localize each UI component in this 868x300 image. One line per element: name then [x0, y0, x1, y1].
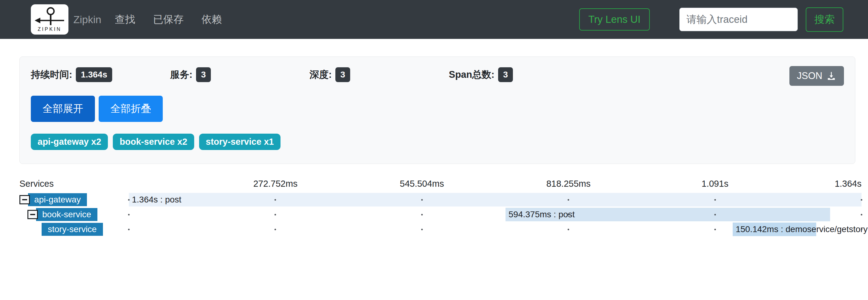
timeline-tick-dot	[128, 229, 130, 230]
timeline-tick-dot	[568, 214, 569, 215]
span-row-book-service: book-service594.375ms : post	[20, 207, 862, 222]
span-row-api-gateway: api-gateway1.364s : post	[20, 192, 862, 207]
timeline-tick-dot	[861, 229, 863, 230]
span-chart-cell: 1.364s : post	[129, 192, 862, 207]
stat-label: 深度:	[309, 68, 332, 81]
service-name-label[interactable]: story-service	[41, 223, 103, 236]
nav-link-1[interactable]: 已保存	[153, 12, 184, 27]
stat-value-badge: 3	[335, 67, 350, 82]
service-cell-book-service: book-service	[20, 207, 129, 222]
timeline-tick-dot	[421, 214, 423, 215]
brand-title[interactable]: Zipkin	[73, 13, 101, 26]
timeline-tick-dot	[714, 229, 716, 230]
stat-label: Span总数:	[449, 68, 494, 81]
nav-right-group: Try Lens UI 搜索	[579, 7, 843, 32]
service-cell-story-service: story-service	[20, 222, 129, 237]
try-lens-ui-button[interactable]: Try Lens UI	[579, 8, 650, 31]
collapse-toggle-icon[interactable]	[27, 210, 38, 219]
search-button[interactable]: 搜索	[806, 7, 843, 32]
span-bar-label: 150.142ms : demoservice/getstory	[733, 222, 868, 236]
stat-value-badge: 3	[196, 67, 211, 82]
timeline-tick-dot	[861, 214, 863, 215]
stat-value-badge: 3	[498, 67, 513, 82]
top-navbar: ZIPKIN Zipkin 查找已保存依赖 Try Lens UI 搜索	[0, 0, 868, 39]
timeline-tick-dot	[421, 229, 423, 230]
stat-value-badge: 1.364s	[76, 67, 112, 82]
trace-summary-panel: 持续时间:1.364s服务:3深度:3Span总数:3 JSON 全部展开 全部…	[20, 56, 855, 164]
expand-collapse-row: 全部展开 全部折叠	[31, 96, 844, 122]
zipkin-logo[interactable]: ZIPKIN	[31, 4, 68, 34]
trace-stat-0: 持续时间:1.364s	[31, 67, 170, 82]
timeline-tick-dot	[861, 199, 863, 200]
nav-links: 查找已保存依赖	[115, 12, 222, 27]
timeline-header: Services 272.752ms545.504ms818.255ms1.09…	[20, 176, 862, 192]
timeline-tick-dot	[128, 199, 130, 200]
time-tick-label-3: 1.091s	[702, 179, 728, 189]
zipkin-lollipop-icon: ZIPKIN	[34, 6, 66, 32]
time-axis: 272.752ms545.504ms818.255ms1.091s1.364s	[129, 179, 862, 191]
span-chart-cell: 150.142ms : demoservice/getstory	[129, 222, 862, 237]
json-download-button[interactable]: JSON	[789, 66, 844, 86]
trace-stat-3: Span总数:3	[449, 67, 588, 82]
stat-label: 服务:	[170, 68, 192, 81]
span-duration-bar[interactable]	[129, 193, 862, 207]
service-cell-api-gateway: api-gateway	[20, 192, 129, 207]
svg-text:ZIPKIN: ZIPKIN	[38, 27, 61, 32]
service-cell-inner: api-gateway	[20, 193, 87, 206]
service-badges-row: api-gateway x2book-service x2story-servi…	[31, 134, 844, 150]
collapse-all-button[interactable]: 全部折叠	[99, 96, 163, 122]
download-icon	[826, 71, 837, 81]
span-chart-cell: 594.375ms : post	[129, 207, 862, 222]
span-bar-label: 1.364s : post	[129, 193, 181, 207]
nav-link-0[interactable]: 查找	[115, 12, 135, 27]
timeline-tick-dot	[275, 199, 276, 200]
time-tick-label-4: 1.364s	[835, 179, 862, 189]
service-badge-0[interactable]: api-gateway x2	[31, 134, 108, 150]
time-tick-label-0: 272.752ms	[253, 179, 298, 189]
timeline-tick-dot	[275, 214, 276, 215]
service-badge-2[interactable]: story-service x1	[199, 134, 281, 150]
time-tick-label-1: 545.504ms	[400, 179, 444, 189]
timeline-tick-dot	[275, 229, 276, 230]
service-name-label[interactable]: api-gateway	[28, 193, 87, 206]
timeline-rows: api-gateway1.364s : postbook-service594.…	[20, 192, 862, 237]
span-bar-label: 594.375ms : post	[505, 208, 575, 221]
service-cell-inner: book-service	[27, 208, 97, 221]
services-column-header: Services	[20, 179, 54, 189]
trace-stats-row: 持续时间:1.364s服务:3深度:3Span总数:3	[31, 67, 844, 82]
service-name-label[interactable]: book-service	[36, 208, 97, 221]
timeline-tick-dot	[568, 199, 569, 200]
service-badge-1[interactable]: book-service x2	[113, 134, 194, 150]
span-row-story-service: story-service150.142ms : demoservice/get…	[20, 222, 862, 237]
trace-timeline: Services 272.752ms545.504ms818.255ms1.09…	[20, 176, 862, 237]
trace-stat-2: 深度:3	[309, 67, 449, 82]
timeline-tick-dot	[568, 229, 569, 230]
expand-all-button[interactable]: 全部展开	[31, 96, 95, 122]
traceid-search-input[interactable]	[679, 8, 798, 31]
nav-link-2[interactable]: 依赖	[202, 12, 222, 27]
timeline-tick-dot	[128, 214, 130, 215]
timeline-tick-dot	[421, 199, 423, 200]
time-tick-label-2: 818.255ms	[546, 179, 591, 189]
service-cell-inner: story-service	[41, 223, 103, 236]
trace-stat-1: 服务:3	[170, 67, 309, 82]
timeline-tick-dot	[714, 214, 716, 215]
stat-label: 持续时间:	[31, 68, 72, 81]
json-button-label: JSON	[797, 71, 823, 81]
timeline-tick-dot	[714, 199, 716, 200]
collapse-toggle-icon[interactable]	[20, 195, 30, 204]
